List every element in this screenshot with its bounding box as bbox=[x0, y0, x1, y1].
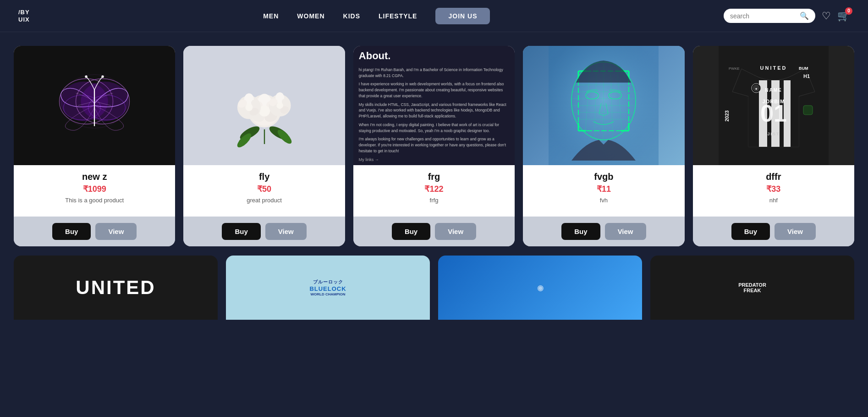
nav-join-us[interactable]: JOIN US bbox=[435, 8, 490, 24]
svg-text:BUM: BUM bbox=[799, 66, 808, 71]
view-button-fvgb[interactable]: View bbox=[605, 223, 646, 240]
product-desc-fvgb: fvh bbox=[600, 197, 608, 204]
cart-button[interactable]: 🛒 0 bbox=[837, 10, 850, 22]
about-content: About. hi ptang! I'm Ruhan Barah, and I'… bbox=[359, 48, 509, 163]
navbar-right: 🔍 ♡ 🛒 0 bbox=[724, 9, 850, 23]
product-title-frg: frg bbox=[428, 172, 440, 182]
heart-icon: ♡ bbox=[822, 10, 831, 22]
product-card-body-frg: frg ₹122 frfg bbox=[353, 165, 515, 217]
nav-lifestyle[interactable]: LIFESTYLE bbox=[379, 12, 417, 20]
product-card-fly: fly ₹50 great product Buy View bbox=[183, 46, 345, 246]
product-image-frg: About. hi ptang! I'm Ruhan Barah, and I'… bbox=[353, 46, 515, 165]
face-mesh-svg bbox=[549, 46, 659, 165]
product-image-new-z bbox=[14, 46, 175, 165]
svg-text:★: ★ bbox=[755, 87, 758, 90]
svg-point-8 bbox=[102, 75, 104, 78]
svg-text:JORBIM: JORBIM bbox=[762, 99, 785, 104]
buy-button-fvgb[interactable]: Buy bbox=[561, 223, 600, 240]
view-button-frg[interactable]: View bbox=[435, 223, 476, 240]
navbar: /BY UIX MEN WOMEN KIDS LIFESTYLE JOIN US… bbox=[0, 0, 868, 32]
product-price-new-z: ₹1099 bbox=[83, 184, 106, 194]
product-desc-fly: great product bbox=[247, 197, 282, 204]
svg-point-7 bbox=[85, 75, 88, 78]
view-button-fly[interactable]: View bbox=[265, 223, 307, 240]
product-card-new-z: new z ₹1099 This is a good product Buy V… bbox=[14, 46, 175, 246]
svg-point-31 bbox=[245, 104, 253, 111]
product-title-fly: fly bbox=[259, 172, 269, 182]
product-row-1: new z ₹1099 This is a good product Buy V… bbox=[14, 46, 854, 246]
product-card-body-fvgb: fvgb ₹11 fvh bbox=[523, 165, 684, 217]
svg-point-38 bbox=[276, 102, 283, 109]
product-card-partial-tshirt: PREDATORFREAK bbox=[650, 256, 854, 320]
buy-button-dffr[interactable]: Buy bbox=[731, 223, 770, 240]
jersey-svg: 01 NAME JORBIM H1 2023 UNITED BUM JIST bbox=[719, 46, 829, 165]
view-button-new-z[interactable]: View bbox=[95, 223, 137, 240]
search-box[interactable]: 🔍 bbox=[724, 9, 815, 23]
brand-logo[interactable]: /BY UIX bbox=[18, 9, 30, 23]
nav-men[interactable]: MEN bbox=[263, 12, 279, 20]
product-image-dffr: 01 NAME JORBIM H1 2023 UNITED BUM JIST bbox=[693, 46, 854, 165]
product-title-dffr: dffr bbox=[766, 172, 781, 182]
search-input[interactable] bbox=[730, 12, 797, 20]
roses-svg bbox=[228, 60, 301, 151]
svg-text:NAME: NAME bbox=[765, 88, 782, 93]
svg-text:UNITED: UNITED bbox=[760, 65, 787, 71]
product-price-frg: ₹122 bbox=[424, 184, 443, 194]
product-desc-new-z: This is a good product bbox=[65, 197, 124, 204]
product-price-dffr: ₹33 bbox=[766, 184, 780, 194]
search-icon: 🔍 bbox=[800, 11, 809, 20]
product-card-partial-blue: ◉ bbox=[438, 256, 642, 320]
product-card-partial-united: UNITED bbox=[14, 256, 218, 320]
cart-badge: 0 bbox=[845, 7, 852, 15]
product-card-body-fly: fly ₹50 great product bbox=[183, 165, 345, 217]
buy-button-new-z[interactable]: Buy bbox=[52, 223, 91, 240]
buy-button-fly[interactable]: Buy bbox=[222, 223, 260, 240]
nav-women[interactable]: WOMEN bbox=[297, 12, 324, 20]
nav-kids[interactable]: KIDS bbox=[343, 12, 360, 20]
product-desc-dffr: nhf bbox=[769, 197, 778, 204]
product-image-fly bbox=[183, 46, 345, 165]
product-card-footer-fly: Buy View bbox=[183, 217, 345, 246]
product-title-new-z: new z bbox=[82, 172, 107, 182]
united-text: UNITED bbox=[76, 277, 155, 299]
product-card-frg: About. hi ptang! I'm Ruhan Barah, and I'… bbox=[353, 46, 515, 246]
product-image-fvgb bbox=[523, 46, 684, 165]
face-scan-container bbox=[523, 46, 684, 165]
product-card-partial-bluelock: ブルーロック BLUELOCK WORLD CHAMPION bbox=[226, 256, 430, 320]
product-card-footer-frg: Buy View bbox=[353, 217, 515, 246]
product-card-footer-fvgb: Buy View bbox=[523, 217, 684, 246]
product-card-fvgb: fvgb ₹11 fvh Buy View bbox=[523, 46, 684, 246]
wishlist-button[interactable]: ♡ bbox=[822, 10, 831, 22]
product-price-fvgb: ₹11 bbox=[597, 184, 611, 194]
svg-text:JIST: JIST bbox=[767, 132, 780, 136]
buy-button-frg[interactable]: Buy bbox=[392, 223, 430, 240]
butterfly-svg bbox=[53, 64, 136, 147]
product-price-fly: ₹50 bbox=[257, 184, 271, 194]
svg-text:2023: 2023 bbox=[724, 111, 730, 122]
main-content: new z ₹1099 This is a good product Buy V… bbox=[0, 32, 868, 338]
svg-text:H1: H1 bbox=[803, 73, 810, 79]
product-title-fvgb: fvgb bbox=[594, 172, 613, 182]
view-button-dffr[interactable]: View bbox=[775, 223, 816, 240]
product-card-footer-dffr: Buy View bbox=[693, 217, 854, 246]
product-card-body-dffr: dffr ₹33 nhf bbox=[693, 165, 854, 217]
product-card-body-new-z: new z ₹1099 This is a good product bbox=[14, 165, 175, 217]
product-row-2: UNITED ブルーロック BLUELOCK WORLD CHAMPION ◉ … bbox=[14, 256, 854, 320]
svg-text:PWKE: PWKE bbox=[729, 67, 740, 71]
product-card-dffr: 01 NAME JORBIM H1 2023 UNITED BUM JIST bbox=[693, 46, 854, 246]
product-card-footer-new-z: Buy View bbox=[14, 217, 175, 246]
main-nav: MEN WOMEN KIDS LIFESTYLE JOIN US bbox=[263, 8, 490, 24]
svg-rect-71 bbox=[803, 106, 813, 115]
product-desc-frg: frfg bbox=[430, 197, 439, 204]
